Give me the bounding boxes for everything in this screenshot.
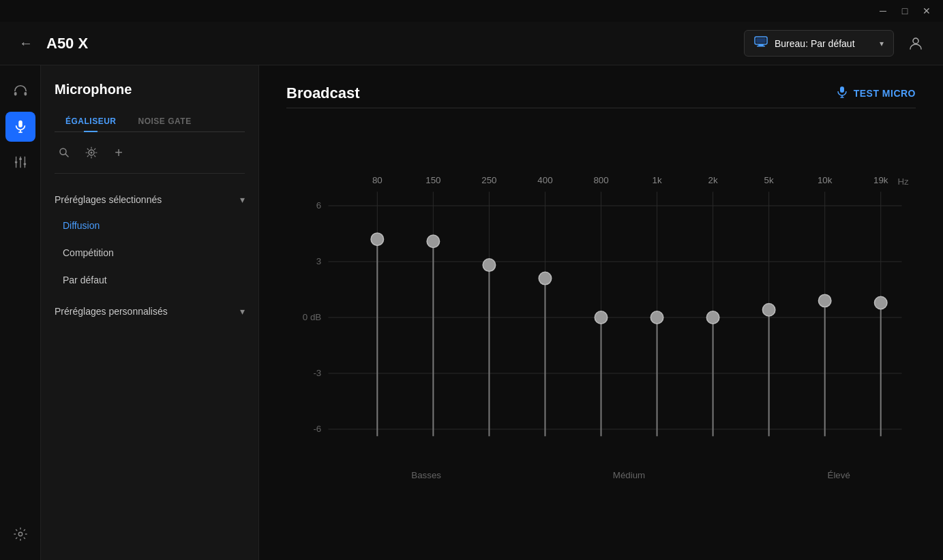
svg-text:150: 150: [425, 175, 440, 185]
svg-text:250: 250: [481, 175, 496, 185]
eq-header: Broadcast TEST MICRO: [286, 84, 916, 102]
user-icon-button[interactable]: [902, 30, 929, 57]
svg-text:80: 80: [372, 175, 383, 185]
chevron-down-icon: ▾: [880, 39, 884, 48]
svg-line-21: [65, 154, 68, 157]
svg-rect-1: [758, 44, 764, 46]
svg-rect-2: [757, 46, 765, 47]
svg-text:Basses: Basses: [411, 470, 441, 480]
svg-text:10k: 10k: [818, 175, 833, 185]
selected-presets-header[interactable]: Préréglages sélectionnés ▾: [55, 187, 245, 212]
svg-rect-6: [24, 92, 27, 96]
svg-point-71: [706, 311, 719, 324]
microphone-icon: [836, 86, 848, 102]
svg-point-59: [371, 233, 383, 245]
svg-text:5k: 5k: [764, 175, 774, 185]
svg-point-19: [18, 532, 23, 536]
preset-item-diffusion[interactable]: Diffusion: [55, 212, 245, 239]
test-micro-label: TEST MICRO: [854, 88, 916, 99]
svg-text:6: 6: [316, 200, 321, 211]
eq-chart: 6 3 0 dB -3 -6 Hz: [286, 122, 916, 541]
device-selector[interactable]: Bureau: Par défaut ▾: [744, 30, 894, 57]
svg-rect-5: [14, 92, 16, 96]
svg-text:19k: 19k: [873, 175, 888, 185]
selected-presets-chevron-icon: ▾: [240, 194, 245, 205]
app-title: A50 X: [46, 35, 744, 52]
content-area: Microphone ÉGALISEUR NOISE GATE: [0, 65, 943, 560]
panel-tabs: ÉGALISEUR NOISE GATE: [55, 111, 245, 132]
custom-presets-header[interactable]: Préréglages personnalisés ▾: [55, 299, 245, 324]
preset-item-competition[interactable]: Compétition: [55, 239, 245, 266]
selected-presets-title: Préréglages sélectionnés: [55, 194, 162, 205]
svg-text:0 dB: 0 dB: [303, 312, 322, 322]
custom-presets-chevron-icon: ▾: [240, 306, 245, 317]
sidebar-item-settings[interactable]: [5, 519, 35, 549]
device-selector-icon: [754, 36, 768, 50]
eq-divider: [286, 108, 916, 108]
svg-point-23: [91, 152, 93, 154]
svg-point-61: [427, 235, 439, 247]
svg-text:2k: 2k: [708, 175, 718, 185]
svg-rect-24: [840, 87, 844, 93]
svg-point-65: [539, 272, 551, 284]
svg-point-75: [818, 294, 830, 307]
svg-point-67: [595, 311, 607, 324]
panel-title: Microphone: [55, 82, 245, 97]
add-preset-button[interactable]: +: [109, 143, 128, 162]
tab-equalizer[interactable]: ÉGALISEUR: [55, 111, 128, 131]
svg-rect-3: [756, 38, 766, 43]
eq-title: Broadcast: [286, 84, 360, 102]
preset-item-default[interactable]: Par défaut: [55, 266, 245, 294]
sidebar-item-microphone[interactable]: [5, 112, 35, 142]
svg-point-63: [483, 259, 495, 271]
sidebar-icons: [0, 65, 41, 560]
sidebar-item-equalizer[interactable]: [5, 147, 35, 177]
main-area: Broadcast TEST MICRO: [259, 65, 943, 560]
search-button[interactable]: [55, 143, 74, 162]
selected-presets-section: Préréglages sélectionnés ▾ Diffusion Com…: [55, 187, 245, 294]
svg-text:800: 800: [593, 175, 608, 185]
svg-rect-7: [18, 121, 23, 127]
svg-text:Médium: Médium: [613, 470, 645, 480]
svg-text:400: 400: [537, 175, 552, 185]
test-micro-button[interactable]: TEST MICRO: [836, 86, 916, 102]
svg-text:-3: -3: [313, 368, 321, 378]
header: ← A50 X Bureau: Par défaut ▾: [0, 22, 943, 65]
custom-presets-title: Préréglages personnalisés: [55, 306, 168, 317]
svg-text:Hz: Hz: [897, 176, 909, 187]
svg-point-4: [913, 38, 918, 44]
panel-actions: +: [55, 143, 245, 174]
presets-button[interactable]: [82, 143, 101, 162]
maximize-button[interactable]: □: [894, 0, 916, 22]
svg-text:3: 3: [316, 256, 321, 266]
close-button[interactable]: ✕: [916, 0, 938, 22]
sidebar-item-headphones[interactable]: [5, 76, 35, 106]
svg-point-73: [762, 303, 775, 315]
svg-point-77: [874, 296, 886, 309]
svg-point-69: [650, 311, 663, 324]
svg-text:Élevé: Élevé: [828, 470, 850, 480]
svg-text:-6: -6: [313, 424, 321, 434]
svg-text:1k: 1k: [653, 175, 662, 185]
app-container: ← A50 X Bureau: Par défaut ▾: [0, 22, 943, 560]
back-button[interactable]: ←: [14, 31, 38, 56]
minimize-button[interactable]: ─: [872, 0, 894, 22]
title-bar: ─ □ ✕: [0, 0, 943, 22]
panel: Microphone ÉGALISEUR NOISE GATE: [41, 65, 259, 560]
device-label: Bureau: Par défaut: [775, 38, 873, 49]
tab-noise-gate[interactable]: NOISE GATE: [128, 111, 203, 131]
custom-presets-section: Préréglages personnalisés ▾: [55, 299, 245, 324]
